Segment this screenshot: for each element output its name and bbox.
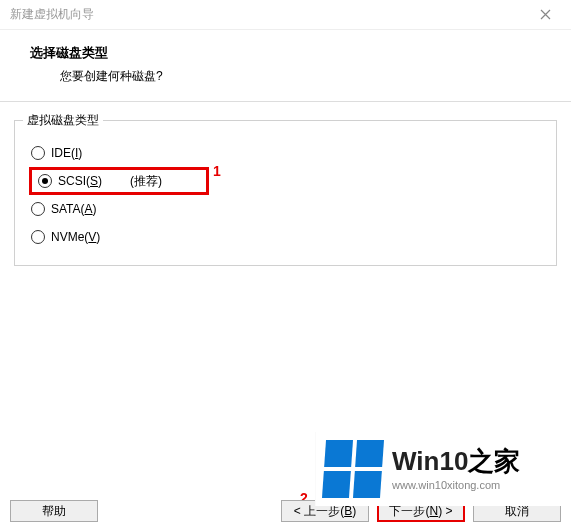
group-legend: 虚拟磁盘类型 xyxy=(23,112,103,129)
radio-icon xyxy=(38,174,52,188)
radio-row-scsi[interactable]: SCSI(S) (推荐) xyxy=(29,167,209,195)
watermark-text: Win10之家 www.win10xitong.com xyxy=(392,447,520,492)
disk-type-group: 虚拟磁盘类型 1 IDE(I) SCSI(S) (推荐) SATA(A) xyxy=(14,120,557,266)
next-mnemonic: N xyxy=(429,504,438,518)
radio-row-sata[interactable]: SATA(A) xyxy=(29,195,544,223)
radio-label-ide: IDE(I) xyxy=(51,146,82,160)
radio-row-nvme[interactable]: NVMe(V) xyxy=(29,223,544,251)
radio-icon xyxy=(31,230,45,244)
help-button[interactable]: 帮助 xyxy=(10,500,98,522)
next-suffix: ) > xyxy=(438,504,452,518)
windows-logo-icon xyxy=(322,440,384,498)
watermark-url: www.win10xitong.com xyxy=(392,479,520,491)
annotation-1: 1 xyxy=(213,163,221,179)
radio-label-sata: SATA(A) xyxy=(51,202,97,216)
radio-icon xyxy=(31,202,45,216)
watermark-brand-prefix: Win10 xyxy=(392,446,468,476)
radio-label-nvme: NVMe(V) xyxy=(51,230,100,244)
radio-label-scsi: SCSI(S) xyxy=(58,174,102,188)
watermark: Win10之家 www.win10xitong.com xyxy=(315,432,571,506)
radio-icon xyxy=(31,146,45,160)
back-mnemonic: B xyxy=(344,504,352,518)
wizard-content: 虚拟磁盘类型 1 IDE(I) SCSI(S) (推荐) SATA(A) xyxy=(0,102,571,266)
window-title: 新建虚拟机向导 xyxy=(10,6,527,23)
watermark-brand-suffix: 之家 xyxy=(468,446,520,476)
page-subtitle: 您要创建何种磁盘? xyxy=(60,68,551,85)
radio-extra-scsi: (推荐) xyxy=(130,173,162,190)
wizard-header: 选择磁盘类型 您要创建何种磁盘? xyxy=(0,30,571,95)
close-icon[interactable] xyxy=(527,3,563,27)
radio-row-ide[interactable]: IDE(I) xyxy=(29,139,544,167)
page-title: 选择磁盘类型 xyxy=(30,44,551,62)
title-bar: 新建虚拟机向导 xyxy=(0,0,571,30)
back-suffix: ) xyxy=(352,504,356,518)
